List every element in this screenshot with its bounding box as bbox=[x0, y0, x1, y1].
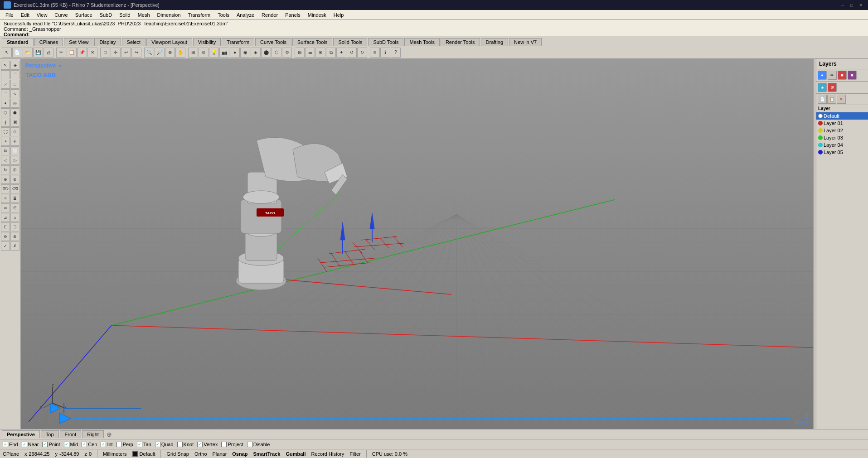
layer-new-btn[interactable]: 📄 bbox=[818, 95, 827, 104]
snap-disable[interactable]: Disable bbox=[247, 442, 270, 447]
tb-snap[interactable]: ⊙ bbox=[199, 48, 209, 58]
status-osnap[interactable]: Osnap bbox=[232, 451, 247, 457]
tb-zoom-out[interactable]: 🔎 bbox=[155, 48, 165, 58]
tab-render-tools[interactable]: Render Tools bbox=[441, 38, 480, 46]
viewport-3d[interactable]: Perspective ▼ TACO ABB bbox=[21, 59, 813, 429]
menu-transform[interactable]: Transform bbox=[184, 11, 214, 19]
menu-file[interactable]: File bbox=[2, 11, 17, 19]
tb-settings[interactable]: ⚙ bbox=[282, 48, 292, 58]
tb-render4[interactable]: ⬤ bbox=[261, 48, 271, 58]
tb-extra4[interactable]: ⧉ bbox=[326, 48, 336, 58]
layer-icon-rgb[interactable]: ◈ bbox=[818, 83, 827, 92]
menu-help[interactable]: Help bbox=[330, 11, 348, 19]
lt-circle-btn[interactable]: ⊙ bbox=[10, 127, 19, 136]
lt-next-btn[interactable]: ▷ bbox=[10, 156, 19, 165]
snap-cen-cb[interactable]: ✓ bbox=[82, 442, 87, 447]
snap-end[interactable]: ✓ End bbox=[3, 442, 18, 447]
vp-tab-right[interactable]: Right bbox=[82, 430, 104, 438]
lt-star-btn[interactable]: ✦ bbox=[1, 99, 10, 108]
tab-select[interactable]: Select bbox=[122, 38, 146, 46]
tb-extra3[interactable]: ⊗ bbox=[315, 48, 325, 58]
snap-tan[interactable]: ✓ Tan bbox=[137, 442, 151, 447]
snap-int-cb[interactable]: ✓ bbox=[101, 442, 106, 447]
snap-end-cb[interactable]: ✓ bbox=[3, 442, 8, 447]
tb-redo[interactable]: ↪ bbox=[131, 48, 141, 58]
tb-move[interactable]: ✛ bbox=[111, 48, 121, 58]
layer-copy-btn[interactable]: 📋 bbox=[827, 95, 836, 104]
snap-disable-cb[interactable] bbox=[247, 442, 252, 447]
menu-mindesk[interactable]: Mindesk bbox=[304, 11, 330, 19]
tb-open[interactable]: 📂 bbox=[23, 48, 33, 58]
tb-print[interactable]: 🖨 bbox=[44, 48, 53, 58]
tb-undo[interactable]: ↩ bbox=[121, 48, 131, 58]
status-smarttrack[interactable]: SmartTrack bbox=[253, 451, 281, 457]
tb-box[interactable]: □ bbox=[100, 48, 110, 58]
menu-panels[interactable]: Panels bbox=[281, 11, 304, 19]
layer-icon-pen[interactable]: ✏ bbox=[828, 71, 837, 80]
lt-select-btn[interactable]: ↖ bbox=[1, 61, 10, 70]
tb-render3[interactable]: ◈ bbox=[251, 48, 261, 58]
layer-icon-color1[interactable]: ■ bbox=[838, 71, 847, 80]
snap-project-cb[interactable] bbox=[221, 442, 227, 447]
menu-solid[interactable]: Solid bbox=[116, 11, 134, 19]
snap-project[interactable]: Project bbox=[221, 442, 243, 447]
lt-check-btn[interactable]: ✓ bbox=[1, 241, 10, 251]
snap-cen[interactable]: ✓ Cen bbox=[82, 442, 97, 447]
close-button[interactable]: ✕ bbox=[857, 1, 864, 9]
tab-transform[interactable]: Transform bbox=[222, 38, 254, 46]
status-planar[interactable]: Planar bbox=[213, 451, 227, 457]
tab-mesh-tools[interactable]: Mesh Tools bbox=[404, 38, 439, 46]
tb-extra2[interactable]: ☰ bbox=[305, 48, 315, 58]
status-record-history[interactable]: Record History bbox=[311, 451, 344, 457]
tb-pan[interactable]: ✋ bbox=[175, 48, 185, 58]
menu-edit[interactable]: Edit bbox=[17, 11, 33, 19]
menu-subd[interactable]: SubD bbox=[96, 11, 116, 19]
tb-copy[interactable]: 📋 bbox=[67, 48, 77, 58]
tb-render2[interactable]: ◉ bbox=[240, 48, 250, 58]
lt-tri-btn[interactable]: ⊿ bbox=[1, 213, 10, 222]
maximize-button[interactable]: □ bbox=[848, 1, 855, 9]
snap-perp[interactable]: Perp bbox=[116, 442, 133, 447]
tb-zoom-ext[interactable]: ⊕ bbox=[165, 48, 175, 58]
tab-curve-tools[interactable]: Curve Tools bbox=[255, 38, 291, 46]
tb-extra7[interactable]: ↻ bbox=[357, 48, 367, 58]
menu-view[interactable]: View bbox=[33, 11, 51, 19]
snap-int[interactable]: ✓ Int bbox=[101, 442, 112, 447]
lt-box-btn[interactable]: ⧉ bbox=[1, 146, 10, 155]
lt-point-btn[interactable]: · bbox=[1, 70, 10, 79]
snap-perp-cb[interactable] bbox=[116, 442, 122, 447]
lt-frame-btn[interactable]: ⛶ bbox=[1, 127, 10, 136]
lt-remove-btn[interactable]: ⊗ bbox=[10, 175, 19, 184]
lt-inf-btn[interactable]: ∞ bbox=[1, 203, 10, 212]
snap-tan-cb[interactable]: ✓ bbox=[137, 442, 142, 447]
snap-near[interactable]: ✓ Near bbox=[22, 442, 39, 447]
menu-render[interactable]: Render bbox=[258, 11, 281, 19]
tb-save[interactable]: 💾 bbox=[33, 48, 43, 58]
lt-grid2-btn[interactable]: ⊞ bbox=[10, 165, 19, 174]
status-ortho[interactable]: Ortho bbox=[194, 451, 207, 457]
menu-surface[interactable]: Surface bbox=[72, 11, 96, 19]
lt-x-btn[interactable]: ✗ bbox=[10, 241, 19, 251]
tb-select[interactable]: ↖ bbox=[2, 48, 12, 58]
lt-hex-btn[interactable]: ⬡ bbox=[1, 108, 10, 117]
tb-cut[interactable]: ✂ bbox=[56, 48, 66, 58]
vp-tab-front[interactable]: Front bbox=[60, 430, 82, 438]
tb-zoom-in[interactable]: 🔍 bbox=[144, 48, 154, 58]
snap-point-cb[interactable]: ✓ bbox=[42, 442, 48, 447]
lt-plus-btn[interactable]: ✛ bbox=[10, 137, 19, 146]
tb-extra5[interactable]: ✦ bbox=[336, 48, 346, 58]
tab-standard[interactable]: Standard bbox=[2, 38, 34, 46]
snap-point[interactable]: ✓ Point bbox=[42, 442, 60, 447]
tb-extra6[interactable]: ↺ bbox=[347, 48, 357, 58]
snap-near-cb[interactable]: ✓ bbox=[22, 442, 27, 447]
tb-props[interactable]: ℹ bbox=[380, 48, 390, 58]
tab-surface-tools[interactable]: Surface Tools bbox=[292, 38, 332, 46]
lt-freeform-btn[interactable]: ∿ bbox=[10, 89, 19, 98]
lt-select2-btn[interactable]: ◈ bbox=[10, 61, 19, 70]
snap-quad[interactable]: ✓ Quad bbox=[155, 442, 174, 447]
layer-icon-color2[interactable]: ■ bbox=[848, 71, 857, 80]
layer-row-04[interactable]: Layer 04 bbox=[816, 141, 868, 149]
snap-mid[interactable]: ✓ Mid bbox=[64, 442, 78, 447]
menu-curve[interactable]: Curve bbox=[51, 11, 71, 19]
tb-new[interactable]: 📄 bbox=[12, 48, 22, 58]
